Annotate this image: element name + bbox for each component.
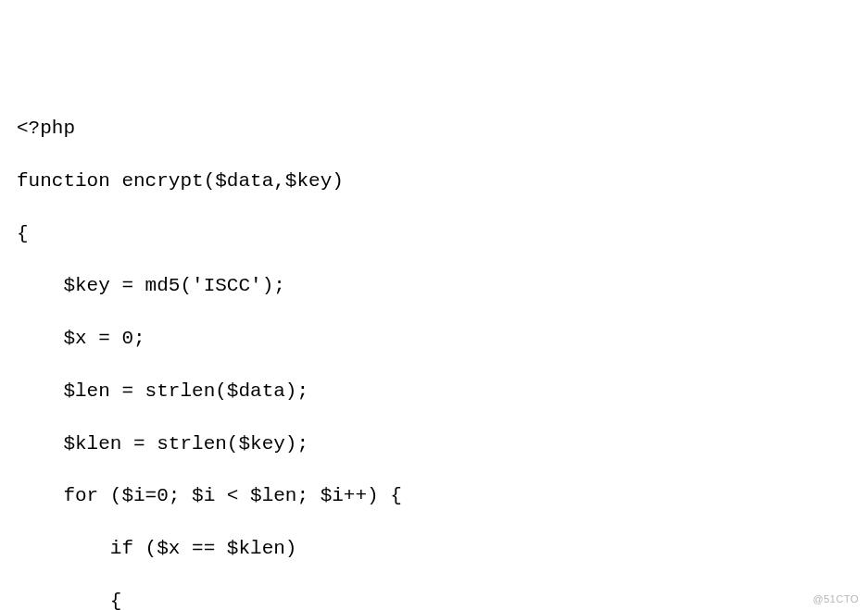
code-line-6: $len = strlen($data); (17, 379, 868, 405)
code-line-9: if ($x == $klen) (17, 536, 868, 562)
watermark: @51CTO (813, 592, 859, 606)
code-line-1: <?php (17, 116, 868, 142)
code-line-7: $klen = strlen($key); (17, 431, 868, 457)
code-line-5: $x = 0; (17, 326, 868, 352)
code-line-10: { (17, 589, 868, 610)
code-line-2: function encrypt($data,$key) (17, 168, 868, 194)
code-line-3: { (17, 221, 868, 247)
code-line-4: $key = md5('ISCC'); (17, 273, 868, 299)
code-line-8: for ($i=0; $i < $len; $i++) { (17, 483, 868, 509)
